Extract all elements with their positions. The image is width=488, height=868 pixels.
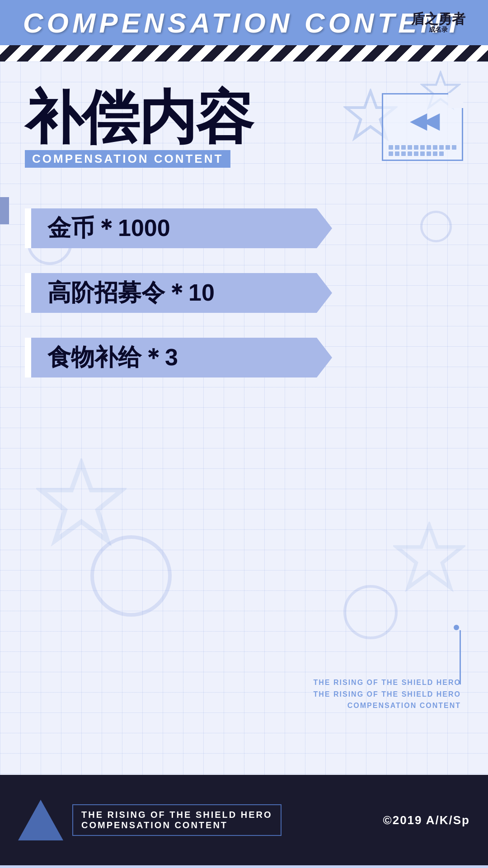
- watermark-line-3: COMPENSATION CONTENT: [314, 700, 461, 712]
- chinese-title: 补偿内容: [25, 89, 382, 146]
- logo-main: 盾之勇者: [411, 12, 465, 26]
- main-content: 补偿内容 COMPENSATION CONTENT ◀◀ 金币＊1000: [0, 61, 488, 775]
- deco-star-4: [393, 522, 465, 594]
- rewind-box: ◀◀: [382, 93, 463, 161]
- watermark-line-2: THE RISING OF THE SHIELD HERO: [314, 689, 461, 700]
- footer-title-block: THE RISING OF THE SHIELD HERO COMPENSATI…: [72, 804, 282, 836]
- item-band-3: 食物补给＊3: [25, 338, 332, 377]
- dot-marker: [454, 625, 459, 630]
- footer-triangle-icon: [18, 800, 63, 840]
- item-band-1: 金币＊1000: [25, 208, 332, 248]
- item-row-3: 食物补给＊3: [25, 338, 463, 377]
- item-row-1: 金币＊1000: [25, 208, 463, 248]
- top-banner: COMPENSATION CONTENT 盾之勇者 成名录: [0, 0, 488, 45]
- stripe-divider: [0, 45, 488, 61]
- svg-marker-3: [397, 525, 462, 588]
- item-text-3: 食物补给＊3: [38, 342, 178, 373]
- item-band-2: 高阶招募令＊10: [25, 273, 332, 313]
- item-accent-3: [25, 338, 31, 377]
- rewind-dots: [383, 147, 462, 154]
- item-text-2: 高阶招募令＊10: [38, 277, 215, 309]
- item-text-1: 金币＊1000: [38, 212, 170, 244]
- banner-title: COMPENSATION CONTENT: [23, 7, 465, 39]
- footer-copyright: ©2019 A/K/Sp: [383, 813, 470, 827]
- item-row-2: 高阶招募令＊10: [25, 273, 463, 313]
- deco-star-3: [36, 458, 127, 549]
- vert-line: [460, 630, 461, 684]
- footer: THE RISING OF THE SHIELD HERO COMPENSATI…: [0, 775, 488, 865]
- bottom-line-area: [455, 625, 461, 684]
- svg-marker-2: [41, 463, 122, 541]
- footer-left: THE RISING OF THE SHIELD HERO COMPENSATI…: [18, 800, 282, 840]
- english-subtitle: COMPENSATION CONTENT: [25, 150, 230, 168]
- title-block: 补偿内容 COMPENSATION CONTENT: [25, 89, 382, 168]
- footer-title-line2: COMPENSATION CONTENT: [81, 820, 272, 830]
- header-section: 补偿内容 COMPENSATION CONTENT ◀◀: [0, 61, 488, 181]
- footer-title-line1: THE RISING OF THE SHIELD HERO: [81, 810, 272, 820]
- items-section: 金币＊1000 高阶招募令＊10 食物补给＊3: [0, 181, 488, 377]
- logo-sub: 成名录: [429, 26, 448, 34]
- item-accent-1: [25, 208, 31, 248]
- rewind-arrows: ◀◀: [410, 107, 435, 133]
- deco-circle-4: [343, 585, 398, 639]
- item-accent-2: [25, 273, 31, 313]
- watermark-line-1: THE RISING OF THE SHIELD HERO: [314, 677, 461, 689]
- logo-area: 盾之勇者 成名录: [402, 4, 474, 42]
- watermark-text: THE RISING OF THE SHIELD HERO THE RISING…: [314, 677, 461, 712]
